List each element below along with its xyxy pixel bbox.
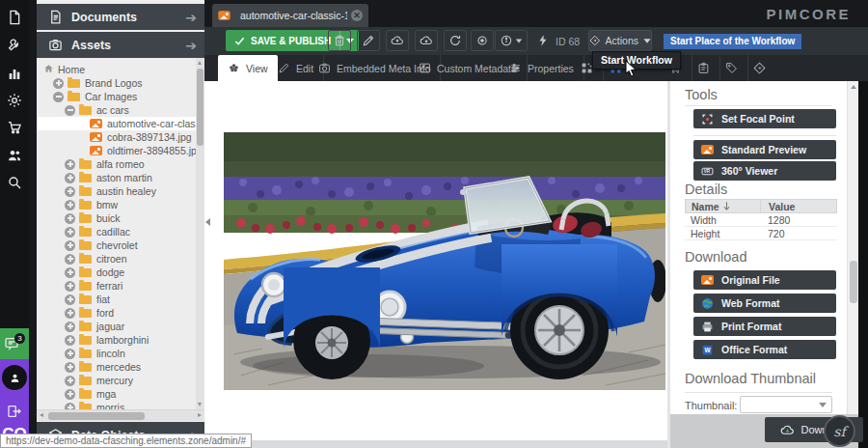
- scroll-left-icon[interactable]: [40, 413, 43, 417]
- expand-icon[interactable]: [65, 376, 75, 386]
- panel-header-assets[interactable]: Assets ➔: [37, 32, 204, 58]
- expand-icon[interactable]: [65, 173, 75, 183]
- tree-item[interactable]: fiat: [37, 293, 196, 306]
- expand-icon[interactable]: [65, 200, 75, 210]
- tree-item[interactable]: aston martin: [37, 171, 196, 184]
- tree-item[interactable]: austin healey: [37, 184, 196, 198]
- collapse-panel-icon[interactable]: [205, 218, 210, 226]
- tree-item[interactable]: ford: [37, 306, 196, 320]
- logout-icon[interactable]: [7, 404, 22, 419]
- standard-preview-button[interactable]: Standard Preview: [693, 140, 836, 159]
- tree-item-home[interactable]: Home: [37, 63, 196, 76]
- expand-icon[interactable]: [65, 159, 75, 170]
- user-avatar-icon[interactable]: [2, 365, 27, 390]
- tree-item[interactable]: citroen: [37, 252, 196, 266]
- scroll-down-icon[interactable]: [198, 403, 202, 406]
- expand-icon[interactable]: [65, 227, 75, 238]
- expand-icon[interactable]: [53, 78, 64, 89]
- expand-icon[interactable]: [65, 186, 75, 197]
- download-asset-button[interactable]: [415, 30, 438, 51]
- expand-icon[interactable]: [65, 362, 75, 373]
- document-tab[interactable]: automotive-car-classic-149813.jpg ✕: [212, 4, 368, 27]
- folder-icon: [79, 336, 92, 345]
- tree-item[interactable]: lincoln: [37, 347, 196, 360]
- scroll-right-icon[interactable]: [198, 413, 202, 417]
- support-widget[interactable]: sf: [824, 415, 855, 447]
- tree-item[interactable]: Brand Logos: [37, 76, 196, 90]
- tree-item[interactable]: oldtimer-3894855.jpg: [37, 144, 196, 157]
- tools-icon[interactable]: [7, 38, 22, 53]
- expand-icon[interactable]: [65, 349, 75, 359]
- tree-item[interactable]: cadillac: [37, 225, 196, 238]
- tree-vertical-scrollbar[interactable]: [196, 58, 204, 409]
- tree-item[interactable]: mercury: [37, 374, 196, 387]
- collapse-icon[interactable]: [53, 92, 64, 102]
- thumbnail-select[interactable]: [740, 396, 832, 413]
- details-table-header[interactable]: Name Value: [685, 199, 837, 213]
- tree-item[interactable]: ferrari: [37, 279, 196, 293]
- home-icon: [43, 64, 54, 75]
- tree-item[interactable]: morris: [37, 401, 196, 409]
- search-icon[interactable]: [7, 175, 22, 190]
- delete-button[interactable]: [328, 30, 351, 51]
- expand-icon[interactable]: [65, 240, 75, 251]
- users-icon[interactable]: [7, 148, 22, 163]
- reload-button[interactable]: [444, 30, 467, 51]
- tree-item[interactable]: mga: [37, 387, 196, 401]
- download-print-button[interactable]: Print Format: [693, 317, 836, 336]
- viewer-360-button[interactable]: VR 360° Viewer: [693, 161, 836, 181]
- expand-icon[interactable]: [65, 308, 75, 319]
- panel-header-documents[interactable]: Documents ➔: [37, 4, 204, 30]
- expand-icon[interactable]: [65, 322, 75, 332]
- tree-horizontal-scrollbar[interactable]: [37, 409, 204, 421]
- download-web-button[interactable]: Web Format: [693, 294, 836, 313]
- chat-panel-button[interactable]: 3: [0, 328, 29, 359]
- tree-item[interactable]: ac cars: [37, 103, 196, 117]
- collapse-icon[interactable]: [65, 105, 75, 116]
- download-office-button[interactable]: W Office Format: [693, 340, 836, 359]
- tree-item[interactable]: chevrolet: [37, 238, 196, 252]
- actions-label: Actions: [606, 35, 638, 46]
- actions-button[interactable]: Actions: [588, 30, 652, 51]
- tab-dependencies[interactable]: [744, 55, 775, 81]
- tree-item[interactable]: mercedes: [37, 360, 196, 374]
- tree-item[interactable]: buick: [37, 211, 196, 225]
- tree-item[interactable]: alfa romeo: [37, 157, 196, 171]
- rename-button[interactable]: [357, 30, 380, 51]
- expand-icon[interactable]: [65, 267, 75, 278]
- scroll-up-icon[interactable]: [851, 85, 856, 89]
- tree-item[interactable]: bmw: [37, 198, 196, 211]
- download-original-button[interactable]: Original File: [693, 270, 836, 290]
- scroll-up-icon[interactable]: [198, 61, 202, 65]
- scroll-thumb[interactable]: [850, 261, 857, 303]
- expand-icon[interactable]: [65, 389, 75, 400]
- expand-icon[interactable]: [65, 281, 75, 292]
- expand-icon[interactable]: [65, 213, 75, 224]
- info-button[interactable]: [495, 30, 528, 51]
- expand-icon[interactable]: [65, 294, 75, 305]
- sidebar-scrollbar[interactable]: [847, 81, 858, 448]
- tree-item-selected[interactable]: automotive-car-classic-14: [37, 117, 196, 130]
- set-focal-point-button[interactable]: Set Focal Point: [693, 109, 836, 128]
- reports-icon[interactable]: [7, 66, 22, 81]
- tree-item[interactable]: cobra-3897134.jpg: [37, 130, 196, 144]
- expand-icon[interactable]: [65, 335, 75, 346]
- window-edge: [858, 81, 868, 448]
- expand-icon[interactable]: [65, 254, 75, 265]
- settings-icon[interactable]: [7, 93, 22, 108]
- tree-item[interactable]: jaguar: [37, 320, 196, 333]
- ecommerce-icon[interactable]: [7, 120, 22, 135]
- upload-button[interactable]: [386, 30, 409, 51]
- dependencies-icon: [753, 62, 766, 74]
- tree-item[interactable]: Car Images: [37, 90, 196, 103]
- expand-icon[interactable]: [65, 403, 75, 410]
- tree-item[interactable]: lamborghini: [37, 333, 196, 347]
- image-file-icon: [90, 132, 102, 142]
- scroll-thumb[interactable]: [197, 69, 203, 146]
- scroll-thumb[interactable]: [48, 412, 145, 420]
- documents-icon[interactable]: [7, 10, 22, 25]
- focal-point-button[interactable]: [471, 30, 494, 51]
- quick-actions-button[interactable]: [531, 30, 555, 51]
- close-icon[interactable]: ✕: [351, 10, 363, 21]
- tree-item[interactable]: dodge: [37, 266, 196, 279]
